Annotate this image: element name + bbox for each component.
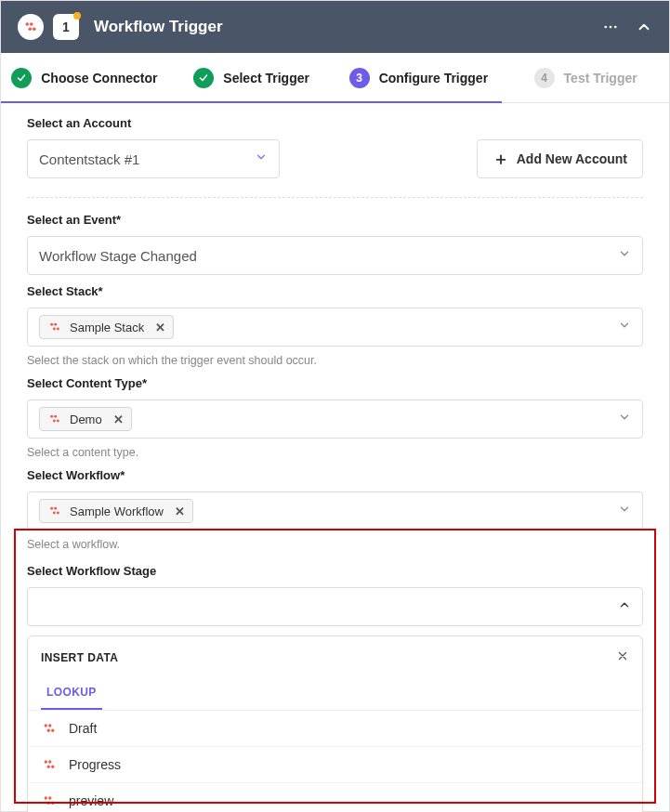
event-select[interactable]: Workflow Stage Changed xyxy=(27,236,643,275)
svg-point-9 xyxy=(53,328,56,331)
svg-point-13 xyxy=(53,420,56,423)
step-label: Configure Trigger xyxy=(379,71,488,85)
svg-point-0 xyxy=(25,22,29,26)
svg-point-23 xyxy=(45,760,47,763)
contentstack-icon xyxy=(47,504,62,518)
collapse-icon[interactable] xyxy=(636,19,652,35)
step-number-icon: 3 xyxy=(349,68,370,88)
notification-dot xyxy=(73,12,81,20)
svg-point-2 xyxy=(28,27,32,31)
workflow-label: Select Workflow* xyxy=(27,468,643,482)
step-number-icon: 4 xyxy=(534,68,555,88)
more-icon[interactable] xyxy=(602,19,619,35)
plus-icon: ＋ xyxy=(493,151,509,167)
panel-title: Workflow Trigger xyxy=(94,18,593,36)
close-icon[interactable] xyxy=(616,649,629,665)
account-section: Select an Account Contentstack #1 ＋ Add … xyxy=(1,103,669,198)
account-value: Contentstack #1 xyxy=(39,151,255,167)
remove-chip-icon[interactable]: ✕ xyxy=(171,504,185,518)
svg-point-28 xyxy=(48,796,51,799)
workflow-section: Select Workflow* Sample Workflow ✕ Selec… xyxy=(1,459,669,551)
step-number: 1 xyxy=(62,20,70,34)
step-label: Choose Connector xyxy=(41,71,157,85)
svg-point-4 xyxy=(604,26,607,29)
option-label: Draft xyxy=(69,721,97,736)
stage-dropdown: INSERT DATA LOOKUP Draft Progress xyxy=(27,635,643,812)
workflow-stage-select[interactable] xyxy=(27,587,643,626)
svg-point-21 xyxy=(47,729,50,732)
chevron-down-icon xyxy=(618,503,631,519)
svg-point-26 xyxy=(51,766,54,768)
chevron-down-icon xyxy=(618,319,631,335)
add-account-label: Add New Account xyxy=(517,151,627,166)
chevron-down-icon xyxy=(618,411,631,427)
stack-help: Select the stack on which the trigger ev… xyxy=(27,354,643,367)
tab-lookup[interactable]: LOOKUP xyxy=(41,676,102,710)
workflow-select[interactable]: Sample Workflow ✕ xyxy=(27,491,643,530)
contentstack-icon xyxy=(47,320,62,334)
stage-option-draft[interactable]: Draft xyxy=(28,711,642,747)
svg-point-18 xyxy=(57,512,59,515)
section-divider xyxy=(27,197,643,198)
svg-point-25 xyxy=(47,766,50,768)
event-label: Select an Event* xyxy=(27,213,643,227)
step-select-trigger[interactable]: Select Trigger xyxy=(168,53,335,102)
wizard-steps: Choose Connector Select Trigger 3 Config… xyxy=(1,53,669,103)
contentstack-icon xyxy=(41,720,58,737)
svg-point-20 xyxy=(48,724,51,727)
dropdown-tabs: LOOKUP xyxy=(28,676,642,711)
stack-section: Select Stack* Sample Stack ✕ Select the … xyxy=(1,275,669,367)
event-value: Workflow Stage Changed xyxy=(39,248,618,264)
stage-option-preview[interactable]: preview xyxy=(28,783,642,812)
stack-chip-label: Sample Stack xyxy=(70,321,144,334)
step-choose-connector[interactable]: Choose Connector xyxy=(1,53,168,102)
connector-icon xyxy=(18,14,44,40)
svg-point-29 xyxy=(47,802,50,805)
workflow-chip: Sample Workflow ✕ xyxy=(39,499,193,523)
svg-point-15 xyxy=(50,507,53,510)
svg-point-30 xyxy=(51,802,54,805)
svg-point-27 xyxy=(45,796,47,799)
workflow-help: Select a workflow. xyxy=(27,538,643,551)
svg-point-7 xyxy=(50,323,53,326)
svg-point-16 xyxy=(54,507,57,510)
step-number-badge: 1 xyxy=(53,14,79,40)
svg-point-5 xyxy=(610,26,612,29)
contentstack-icon xyxy=(41,792,58,809)
svg-point-1 xyxy=(30,22,33,26)
stack-select[interactable]: Sample Stack ✕ xyxy=(27,308,643,347)
svg-point-17 xyxy=(53,512,56,515)
remove-chip-icon[interactable]: ✕ xyxy=(110,413,124,426)
progress-underline xyxy=(1,101,502,103)
account-label: Select an Account xyxy=(27,116,643,130)
step-label: Select Trigger xyxy=(223,71,309,85)
stack-chip: Sample Stack ✕ xyxy=(39,315,174,339)
account-select[interactable]: Contentstack #1 xyxy=(27,139,280,178)
add-account-button[interactable]: ＋ Add New Account xyxy=(477,139,643,178)
stage-option-progress[interactable]: Progress xyxy=(28,747,642,783)
svg-point-14 xyxy=(57,420,59,423)
content-type-select[interactable]: Demo ✕ xyxy=(27,399,643,439)
event-section: Select an Event* Workflow Stage Changed xyxy=(1,203,669,275)
svg-point-6 xyxy=(614,26,617,29)
svg-point-10 xyxy=(57,328,59,331)
svg-point-12 xyxy=(54,415,57,418)
chevron-down-icon xyxy=(255,151,268,167)
content-type-label: Select Content Type* xyxy=(27,376,643,390)
insert-data-label: INSERT DATA xyxy=(41,651,118,664)
workflow-chip-label: Sample Workflow xyxy=(70,504,164,518)
svg-point-3 xyxy=(33,27,36,31)
svg-point-11 xyxy=(50,415,53,418)
content-type-section: Select Content Type* Demo ✕ Select a con… xyxy=(1,367,669,459)
remove-chip-icon[interactable]: ✕ xyxy=(151,321,165,334)
contentstack-icon xyxy=(47,412,62,426)
svg-point-8 xyxy=(54,323,57,326)
step-test-trigger[interactable]: 4 Test Trigger xyxy=(502,53,669,102)
step-configure-trigger[interactable]: 3 Configure Trigger xyxy=(335,53,503,102)
contentstack-icon xyxy=(41,756,58,773)
chevron-up-icon xyxy=(618,598,631,615)
option-label: preview xyxy=(69,793,113,808)
panel-header: 1 Workflow Trigger xyxy=(1,1,669,53)
stack-label: Select Stack* xyxy=(27,284,643,298)
content-type-chip-label: Demo xyxy=(70,413,102,426)
